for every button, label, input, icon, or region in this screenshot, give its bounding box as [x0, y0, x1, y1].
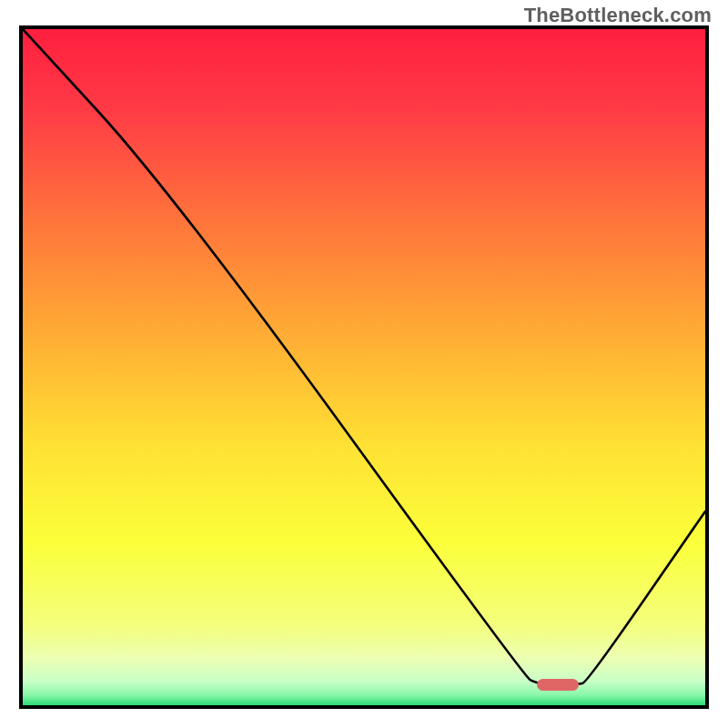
chart-container: TheBottleneck.com: [0, 0, 728, 728]
gradient-background: [23, 29, 705, 705]
watermark-text: TheBottleneck.com: [524, 4, 712, 27]
optimal-range-marker: [537, 679, 579, 691]
plot-svg: [23, 29, 705, 705]
plot-area: [19, 25, 709, 709]
